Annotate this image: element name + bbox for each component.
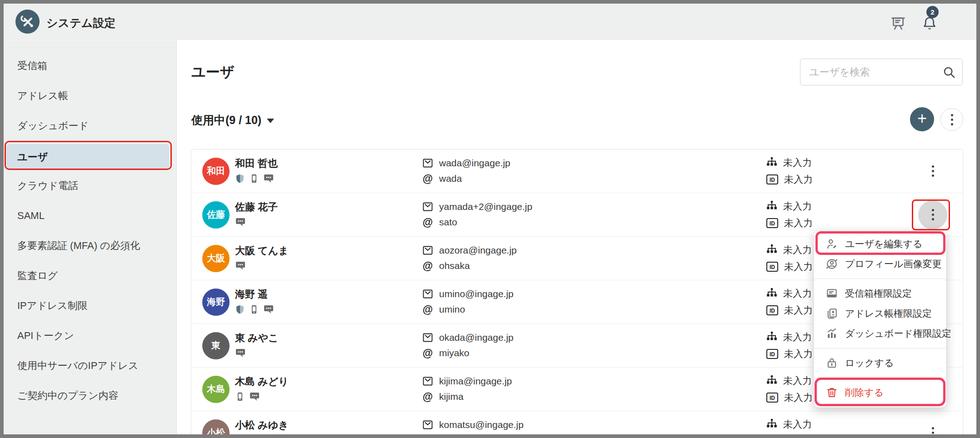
user-department: 未入力 xyxy=(783,418,812,431)
at-icon: @ xyxy=(422,304,433,316)
menu-item-lock-user[interactable]: ロックする xyxy=(814,353,946,373)
sidebar-item-cloud-phone[interactable]: クラウド電話 xyxy=(4,171,176,201)
id-icon: ID xyxy=(766,392,779,403)
app-logo xyxy=(15,10,40,34)
id-icon: ID xyxy=(766,436,779,438)
mail-icon xyxy=(422,289,433,299)
org-icon xyxy=(766,288,778,299)
chat-icon xyxy=(249,391,260,402)
user-email: komatsu@ingage.jp xyxy=(439,419,524,430)
user-email: wada@ingage.jp xyxy=(439,158,510,169)
user-email: kijima@ingage.jp xyxy=(439,376,512,387)
user-id: 未入力 xyxy=(784,304,813,317)
user-name: 大阪 てんま xyxy=(235,245,422,256)
sidebar-item-audit-log[interactable]: 監査ログ xyxy=(4,261,176,291)
id-icon: ID xyxy=(766,174,779,185)
at-icon: @ xyxy=(422,434,433,438)
user-name: 木島 みどり xyxy=(235,376,422,387)
mobile-icon xyxy=(235,392,245,402)
user-name: 東 みやこ xyxy=(235,333,422,343)
mobile-icon xyxy=(249,304,259,314)
user-handle: komatsu xyxy=(439,435,475,438)
id-icon: ID xyxy=(766,218,779,229)
row-menu-button-active[interactable] xyxy=(923,205,943,225)
search-icon[interactable] xyxy=(942,65,956,79)
user-search-input[interactable] xyxy=(800,59,937,85)
org-icon xyxy=(766,375,778,387)
user-handle: umino xyxy=(439,304,465,315)
user-filter-dropdown[interactable]: 使用中(9 / 10) xyxy=(191,113,274,128)
sidebar-item-ip-restriction[interactable]: IPアドレス制限 xyxy=(4,291,176,321)
svg-text:ID: ID xyxy=(770,220,775,227)
announcements-button[interactable] xyxy=(889,15,907,33)
avatar: 小松 xyxy=(202,419,230,438)
mail-icon xyxy=(422,245,433,256)
menu-item-change-profile-image[interactable]: プロフィール画像変更 xyxy=(814,254,946,274)
user-email: aozora@ingage.jp xyxy=(439,245,517,256)
menu-item-edit-user[interactable]: ユーザを編集する xyxy=(814,234,946,254)
svg-text:ID: ID xyxy=(770,177,775,183)
sidebar-item-dashboard[interactable]: ダッシュボード xyxy=(4,111,176,141)
sidebar-item-saml[interactable]: SAML xyxy=(4,201,176,231)
chat-icon xyxy=(235,217,246,228)
chat-icon xyxy=(235,260,246,271)
sidebar-item-server-ip[interactable]: 使用中サーバのIPアドレス xyxy=(4,351,176,381)
at-icon: @ xyxy=(422,391,433,403)
row-menu-button[interactable] xyxy=(923,423,943,438)
id-icon: ID xyxy=(766,348,779,359)
mail-icon xyxy=(422,158,433,169)
sidebar-item-users[interactable]: ユーザ xyxy=(6,144,169,170)
app-window: システム設定 2 和田 受信箱 アドレス帳 ダッシュボード xyxy=(0,0,980,438)
user-edit-icon xyxy=(826,238,838,250)
svg-text:ID: ID xyxy=(770,308,775,314)
user-name: 和田 哲也 xyxy=(235,158,422,169)
user-id: 未入力 xyxy=(784,348,813,360)
sidebar-item-plan[interactable]: ご契約中のプラン内容 xyxy=(4,381,176,411)
at-icon: @ xyxy=(422,173,433,185)
user-search-box xyxy=(800,59,963,85)
sidebar-item-mfa[interactable]: 多要素認証 (MFA) の必須化 xyxy=(4,231,176,261)
svg-text:ID: ID xyxy=(770,351,775,358)
list-more-button[interactable] xyxy=(940,108,963,131)
dashboard-permission-icon xyxy=(826,328,838,339)
mail-icon xyxy=(422,201,433,212)
notification-badge: 2 xyxy=(926,6,939,18)
add-user-button[interactable]: + xyxy=(910,107,934,131)
user-handle: miyako xyxy=(439,348,470,358)
tools-icon xyxy=(20,15,35,29)
table-row: 佐藤 佐藤 花子 yamada+2@ingage.jp @sato 未入力 ID… xyxy=(191,193,963,237)
avatar: 和田 xyxy=(202,158,230,185)
at-icon: @ xyxy=(422,347,433,359)
menu-item-dashboard-permission[interactable]: ダッシュボード権限設定 xyxy=(814,324,946,343)
user-id: 未入力 xyxy=(784,260,813,273)
user-id: 未入力 xyxy=(784,435,813,438)
menu-divider xyxy=(814,348,946,348)
top-bar: システム設定 xyxy=(4,4,976,40)
user-id: 未入力 xyxy=(784,391,813,404)
sidebar-item-api-token[interactable]: APIトークン xyxy=(4,321,176,351)
app-title: システム設定 xyxy=(46,15,115,30)
row-menu-button[interactable] xyxy=(923,161,943,181)
user-handle: ohsaka xyxy=(439,260,470,271)
user-email: yamada+2@ingage.jp xyxy=(439,201,532,212)
menu-item-delete-user[interactable]: 削除する xyxy=(814,383,946,403)
menu-item-inbox-permission[interactable]: 受信箱権限設定 xyxy=(814,284,946,304)
menu-item-addressbook-permission[interactable]: アドレス帳権限設定 xyxy=(814,304,946,324)
sidebar-item-addressbook[interactable]: アドレス帳 xyxy=(4,81,176,111)
table-row: 和田 和田 哲也 wada@ingage.jp @wada 未入力 ID未入力 xyxy=(191,149,963,193)
org-icon xyxy=(766,418,778,430)
chat-icon xyxy=(235,435,246,438)
user-name: 小松 みゆき xyxy=(235,420,422,431)
user-name: 海野 遥 xyxy=(235,289,422,300)
org-icon xyxy=(766,157,778,169)
page-title: ユーザ xyxy=(191,63,234,82)
org-icon xyxy=(766,200,778,212)
mail-icon xyxy=(422,332,433,343)
at-icon: @ xyxy=(422,260,433,272)
user-handle: sato xyxy=(439,217,457,228)
user-department: 未入力 xyxy=(783,331,812,343)
kebab-icon xyxy=(951,114,953,116)
bell-icon xyxy=(921,15,938,32)
presentation-board-icon xyxy=(890,16,906,31)
sidebar-item-inbox[interactable]: 受信箱 xyxy=(4,51,176,81)
